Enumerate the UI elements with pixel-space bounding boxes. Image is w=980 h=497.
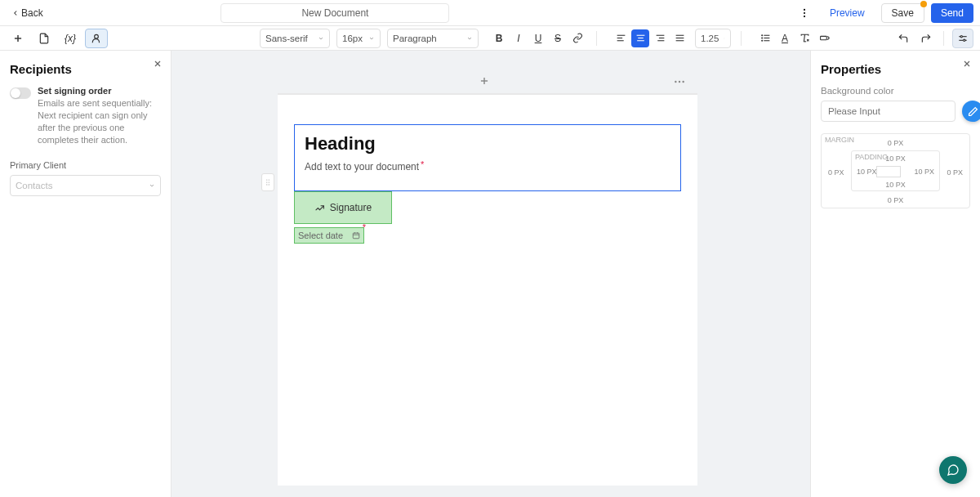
bold-button[interactable]: B: [490, 29, 508, 47]
margin-bottom-value[interactable]: 0 PX: [888, 196, 904, 204]
main-layout: Recipients Set signing order Emails are …: [0, 51, 980, 497]
format-toolbar: {x} Sans-serif 16px Paragraph B I U S: [0, 26, 980, 51]
chevron-down-icon: [149, 182, 155, 189]
date-field[interactable]: Select date *: [294, 227, 364, 244]
content-box: [876, 166, 901, 177]
calendar-icon: [352, 231, 360, 240]
body-text[interactable]: Add text to your document*: [305, 161, 670, 172]
font-family-select[interactable]: Sans-serif: [260, 29, 330, 48]
undo-icon: [898, 33, 909, 44]
align-center-button[interactable]: [631, 29, 649, 47]
required-marker-icon: *: [363, 222, 366, 232]
svg-line-29: [827, 38, 829, 40]
text-color-button[interactable]: A: [776, 29, 794, 47]
signing-order-label: Set signing order: [38, 86, 161, 96]
svg-point-43: [266, 179, 267, 180]
properties-toggle-button[interactable]: [952, 29, 973, 48]
svg-point-45: [266, 181, 267, 182]
svg-point-33: [964, 39, 965, 41]
strikethrough-button[interactable]: S: [549, 29, 567, 47]
signature-field[interactable]: Signature: [294, 191, 392, 224]
svg-point-21: [761, 35, 762, 36]
svg-point-40: [682, 81, 684, 83]
bg-color-apply-button[interactable]: [962, 101, 980, 122]
page-menu-button[interactable]: [673, 75, 686, 88]
svg-line-24: [804, 34, 804, 42]
add-section-button[interactable]: [479, 75, 490, 87]
editor-canvas: Heading Add text to your document* Signa…: [172, 51, 810, 497]
top-actions: Preview Save Send: [795, 3, 973, 23]
block-drag-handle[interactable]: [261, 173, 274, 191]
redo-button[interactable]: [917, 29, 935, 47]
properties-panel: Properties Background color MARGIN 0 PX …: [810, 51, 980, 497]
close-icon: [153, 59, 163, 69]
spacing-editor[interactable]: MARGIN 0 PX 0 PX 0 PX 0 PX PADDING 10 PX…: [821, 133, 970, 208]
line-height-select[interactable]: 1.25: [695, 29, 731, 48]
close-recipients-button[interactable]: [153, 59, 163, 69]
link-button[interactable]: [568, 29, 586, 47]
save-button[interactable]: Save: [881, 3, 924, 23]
contacts-select[interactable]: Contacts: [10, 175, 161, 196]
more-menu-button[interactable]: [795, 4, 813, 22]
date-placeholder: Select date: [298, 231, 343, 240]
margin-left-value[interactable]: 0 PX: [828, 168, 844, 177]
margin-right-value[interactable]: 0 PX: [947, 168, 963, 177]
preview-button[interactable]: Preview: [820, 3, 875, 23]
document-title: [220, 3, 449, 23]
list-button[interactable]: [756, 29, 774, 47]
properties-title: Properties: [821, 62, 970, 76]
sliders-icon: [957, 33, 969, 44]
primary-client-label: Primary Client: [10, 160, 161, 170]
insert-field-button[interactable]: [815, 29, 833, 47]
signing-order-toggle[interactable]: [10, 87, 31, 99]
font-size-select[interactable]: 16px: [336, 29, 381, 48]
align-right-button[interactable]: [651, 29, 669, 47]
underline-button[interactable]: U: [529, 29, 547, 47]
clear-format-button[interactable]: [795, 29, 813, 47]
italic-button[interactable]: I: [510, 29, 528, 47]
svg-rect-27: [820, 36, 826, 39]
redo-icon: [920, 33, 932, 44]
padding-left-value[interactable]: 10 PX: [857, 168, 877, 176]
add-element-button[interactable]: [7, 29, 29, 48]
variable-button[interactable]: {x}: [59, 29, 82, 48]
chevron-down-icon: [466, 35, 473, 42]
margin-top-value[interactable]: 0 PX: [888, 139, 904, 147]
text-block[interactable]: Heading Add text to your document*: [294, 124, 681, 191]
page-icon: [38, 33, 50, 44]
page-button[interactable]: [33, 29, 56, 48]
back-button[interactable]: Back: [7, 4, 48, 22]
svg-point-1: [804, 11, 805, 13]
padding-right-value[interactable]: 10 PX: [914, 168, 934, 176]
block-type-select[interactable]: Paragraph: [387, 29, 479, 48]
signature-label: Signature: [330, 202, 372, 213]
document-page[interactable]: Heading Add text to your document* Signa…: [278, 93, 697, 486]
heading-text[interactable]: Heading: [305, 133, 670, 154]
align-justify-button[interactable]: [670, 29, 688, 47]
svg-point-5: [95, 34, 99, 38]
close-properties-button[interactable]: [962, 59, 972, 69]
chevron-down-icon: [368, 35, 375, 42]
padding-bottom-value[interactable]: 10 PX: [885, 181, 906, 189]
send-button[interactable]: Send: [931, 3, 973, 23]
plus-icon: [12, 33, 24, 44]
align-right-icon: [655, 33, 666, 43]
recipients-button[interactable]: [85, 29, 108, 48]
svg-point-23: [761, 40, 762, 41]
font-size-value: 16px: [342, 34, 363, 43]
bg-color-input[interactable]: [821, 101, 956, 122]
undo-button[interactable]: [894, 29, 912, 47]
bg-color-label: Background color: [821, 86, 970, 96]
padding-top-value[interactable]: 10 PX: [885, 154, 906, 163]
help-fab-button[interactable]: [939, 456, 967, 484]
svg-rect-49: [353, 233, 359, 239]
align-left-button[interactable]: [612, 29, 630, 47]
field-icon: [819, 33, 830, 43]
document-title-input[interactable]: [220, 3, 449, 23]
align-justify-icon: [675, 33, 685, 43]
svg-point-39: [679, 81, 680, 83]
back-label: Back: [21, 7, 43, 19]
align-center-icon: [635, 33, 646, 43]
signing-order-row: Set signing order Emails are sent sequen…: [10, 86, 161, 146]
more-vertical-icon: [799, 7, 810, 19]
